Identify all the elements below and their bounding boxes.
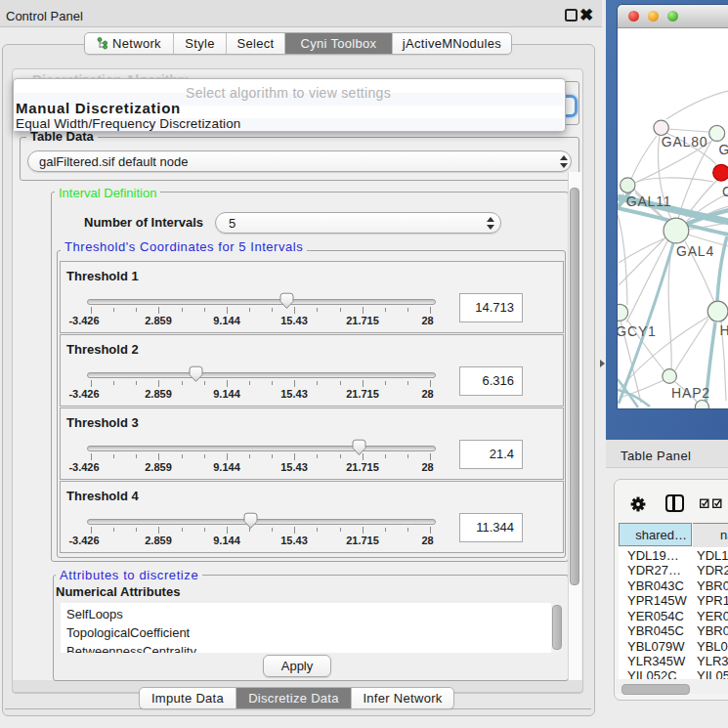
svg-text:GAL11: GAL11 xyxy=(626,193,672,209)
svg-text:GCY1: GCY1 xyxy=(618,323,657,339)
svg-text:HAP2: HAP2 xyxy=(671,385,710,401)
svg-text:H: H xyxy=(720,322,728,338)
svg-text:GAL80: GAL80 xyxy=(662,134,708,150)
svg-text:C: C xyxy=(722,184,728,199)
svg-text:GA: GA xyxy=(719,142,728,157)
svg-text:GAL4: GAL4 xyxy=(676,243,714,259)
